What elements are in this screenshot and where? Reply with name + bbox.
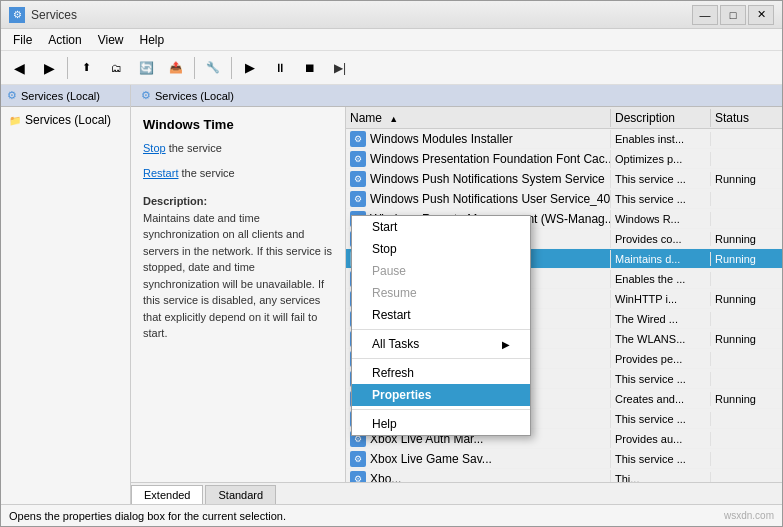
description-text: Maintains date and time synchronization … [143,212,332,340]
menu-view[interactable]: View [90,31,132,49]
context-menu: Start Stop Pause Resume Restart All Task… [351,215,531,436]
table-row[interactable]: ⚙ Windows Presentation Foundation Font C… [346,149,782,169]
row-status-cell [711,478,781,480]
row-name-text: Windows Push Notifications System Servic… [370,172,605,186]
table-row[interactable]: ⚙ Xbo... Thi... [346,469,782,482]
stop-service-link[interactable]: Stop [143,142,166,154]
row-status-cell [711,278,781,280]
toolbar-sep-1 [67,57,68,79]
row-status-cell [711,158,781,160]
ctx-stop[interactable]: Stop [352,238,530,260]
row-name-text: Windows Modules Installer [370,132,513,146]
restart-text: the service [178,167,234,179]
ctx-start[interactable]: Start [352,216,530,238]
status-bar: Opens the properties dialog box for the … [1,504,782,526]
description-pane: Windows Time Stop the service Restart th… [131,107,346,482]
col-name-label: Name [350,111,382,125]
row-status-cell: Running [711,332,781,346]
ctx-refresh[interactable]: Refresh [352,362,530,384]
ctx-all-tasks[interactable]: All Tasks ▶ [352,333,530,355]
title-bar: ⚙ Services — □ ✕ [1,1,782,29]
row-status-cell [711,458,781,460]
sidebar-item-services-local[interactable]: 📁 Services (Local) [5,111,126,129]
row-name-text: Xbox Live Game Sav... [370,452,492,466]
row-status-cell: Running [711,292,781,306]
ctx-properties[interactable]: Properties [352,384,530,406]
restart-service-link[interactable]: Restart [143,167,178,179]
toolbar-sep-3 [231,57,232,79]
table-row[interactable]: ⚙ Xbox Live Game Sav... This service ... [346,449,782,469]
ctx-restart[interactable]: Restart [352,304,530,326]
minimize-button[interactable]: — [692,5,718,25]
sidebar-tree: 📁 Services (Local) [1,107,130,133]
toolbar-sep-2 [194,57,195,79]
watermark: wsxdn.com [724,510,774,521]
back-button[interactable]: ◀ [5,54,33,82]
start-service-button[interactable]: ▶ [236,54,264,82]
right-header-icon: ⚙ [141,89,151,102]
ctx-help[interactable]: Help [352,413,530,435]
properties-button[interactable]: 🔧 [199,54,227,82]
ctx-arrow-icon: ▶ [502,339,510,350]
show-hide-button[interactable]: 🗂 [102,54,130,82]
col-header-status[interactable]: Status [711,109,781,127]
row-desc-cell: Provides au... [611,432,711,446]
title-text: Services [31,8,77,22]
row-desc-cell: This service ... [611,172,711,186]
tab-standard[interactable]: Standard [205,485,276,504]
restart-service-button[interactable]: ▶| [326,54,354,82]
row-status-cell: Running [711,252,781,266]
forward-button[interactable]: ▶ [35,54,63,82]
row-name-cell: ⚙ Windows Push Notifications System Serv… [346,170,611,188]
row-desc-cell: This service ... [611,452,711,466]
table-row[interactable]: ⚙ Windows Push Notifications User Servic… [346,189,782,209]
row-desc-cell: This service ... [611,412,711,426]
right-panel-header: ⚙ Services (Local) [131,85,782,107]
row-desc-cell: Provides pe... [611,352,711,366]
table-row[interactable]: ⚙ Windows Push Notifications System Serv… [346,169,782,189]
row-status-cell [711,198,781,200]
ctx-sep-1 [352,329,530,330]
row-desc-cell: Provides co... [611,232,711,246]
sidebar-icon: ⚙ [7,89,17,102]
col-header-desc[interactable]: Description [611,109,711,127]
row-desc-cell: Enables inst... [611,132,711,146]
up-button[interactable]: ⬆ [72,54,100,82]
row-status-cell [711,378,781,380]
tab-extended[interactable]: Extended [131,485,203,504]
row-desc-cell: Creates and... [611,392,711,406]
row-name-cell: ⚙ Xbo... [346,470,611,483]
col-header-name[interactable]: Name ▲ [346,109,611,127]
sidebar-header: ⚙ Services (Local) [1,85,130,107]
export-button[interactable]: 📤 [162,54,190,82]
row-desc-cell: The Wired ... [611,312,711,326]
ctx-sep-3 [352,409,530,410]
row-name-text: Windows Presentation Foundation Font Cac… [370,152,611,166]
maximize-button[interactable]: □ [720,5,746,25]
service-title: Windows Time [143,117,333,132]
stop-service-button[interactable]: ⏹ [296,54,324,82]
row-name-text: Xbo... [370,472,401,483]
row-name-cell: ⚙ Windows Push Notifications User Servic… [346,190,611,208]
pause-service-button[interactable]: ⏸ [266,54,294,82]
service-icon: ⚙ [350,191,366,207]
sort-icon: ▲ [389,114,398,124]
table-header: Name ▲ Description Status [346,107,782,129]
menu-help[interactable]: Help [132,31,173,49]
row-status-cell [711,418,781,420]
main: ⚙ Services (Local) 📁 Services (Local) ⚙ … [1,85,782,504]
row-desc-cell: The WLANS... [611,332,711,346]
toolbar: ◀ ▶ ⬆ 🗂 🔄 📤 🔧 ▶ ⏸ ⏹ ▶| [1,51,782,85]
refresh-button[interactable]: 🔄 [132,54,160,82]
sidebar-header-label: Services (Local) [21,90,100,102]
right-header-label: Services (Local) [155,90,234,102]
menu-action[interactable]: Action [40,31,89,49]
ctx-pause: Pause [352,260,530,282]
service-icon: ⚙ [350,451,366,467]
row-status-cell [711,138,781,140]
service-icon: ⚙ [350,171,366,187]
row-status-cell [711,318,781,320]
close-button[interactable]: ✕ [748,5,774,25]
menu-file[interactable]: File [5,31,40,49]
table-row[interactable]: ⚙ Windows Modules Installer Enables inst… [346,129,782,149]
